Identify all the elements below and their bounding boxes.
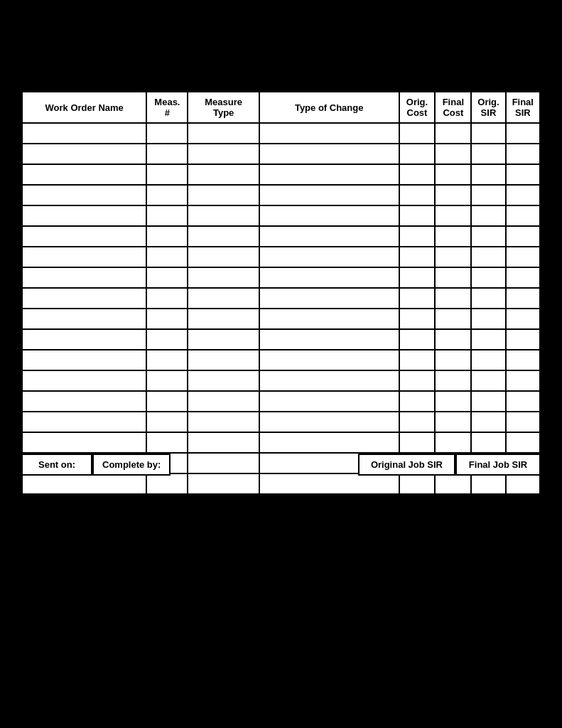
table-cell <box>399 226 436 247</box>
table-cell <box>399 350 436 370</box>
table-cell <box>259 329 399 350</box>
table-cell <box>399 123 436 144</box>
table-cell <box>471 288 505 309</box>
table-cell <box>435 247 471 267</box>
table-cell <box>22 267 146 288</box>
original-job-sir-label: Original Job SIR <box>358 454 455 476</box>
table-row <box>22 391 540 412</box>
table-cell <box>435 350 471 370</box>
table-cell <box>435 185 471 205</box>
table-cell <box>506 432 540 453</box>
table-cell <box>188 412 259 432</box>
final-job-sir-label: Final Job SIR <box>455 454 541 476</box>
table-cell <box>435 329 471 350</box>
table-section: Work Order Name Meas. # Measure Type Typ… <box>21 91 541 495</box>
table-cell <box>435 205 471 226</box>
table-cell <box>471 144 505 164</box>
table-cell <box>146 226 188 247</box>
table-cell <box>22 412 146 432</box>
complete-by-label: Complete by: <box>92 454 171 476</box>
table-cell <box>506 267 540 288</box>
table-cell <box>259 164 399 185</box>
table-cell <box>399 391 436 412</box>
table-cell <box>435 391 471 412</box>
table-cell <box>22 288 146 309</box>
table-cell <box>188 391 259 412</box>
table-cell <box>259 123 399 144</box>
table-cell <box>506 205 540 226</box>
table-cell <box>146 350 188 370</box>
table-cell <box>146 288 188 309</box>
table-cell <box>188 309 259 329</box>
table-cell <box>188 473 259 494</box>
header-work-order-name: Work Order Name <box>22 92 146 123</box>
table-cell <box>435 226 471 247</box>
table-cell <box>399 370 436 391</box>
table-cell <box>188 329 259 350</box>
table-cell <box>146 412 188 432</box>
table-cell <box>471 473 505 494</box>
table-row <box>22 432 540 453</box>
header-measure-type: Measure Type <box>188 92 259 123</box>
sent-on-label: Sent on: <box>21 454 92 476</box>
table-row <box>22 412 540 432</box>
table-cell <box>471 350 505 370</box>
table-cell <box>259 309 399 329</box>
table-cell <box>471 329 505 350</box>
table-row <box>22 123 540 144</box>
table-cell <box>22 144 146 164</box>
table-cell <box>259 144 399 164</box>
table-row <box>22 370 540 391</box>
table-cell <box>399 473 436 494</box>
table-cell <box>22 226 146 247</box>
table-cell <box>259 473 399 494</box>
table-cell <box>471 267 505 288</box>
table-cell <box>259 370 399 391</box>
table-cell <box>506 288 540 309</box>
table-cell <box>146 370 188 391</box>
footer-row: Sent on: Complete by: Original Job SIR F… <box>21 454 541 476</box>
table-cell <box>506 350 540 370</box>
table-cell <box>22 432 146 453</box>
table-cell <box>146 473 188 494</box>
table-cell <box>146 432 188 453</box>
table-cell <box>146 164 188 185</box>
table-cell <box>471 205 505 226</box>
table-cell <box>259 185 399 205</box>
table-cell <box>506 473 540 494</box>
table-row <box>22 144 540 164</box>
table-cell <box>435 123 471 144</box>
table-cell <box>146 391 188 412</box>
table-cell <box>259 288 399 309</box>
table-cell <box>471 309 505 329</box>
table-cell <box>399 412 436 432</box>
table-cell <box>471 226 505 247</box>
table-cell <box>188 164 259 185</box>
table-cell <box>506 123 540 144</box>
table-cell <box>146 185 188 205</box>
header-final-cost: Final Cost <box>435 92 471 123</box>
table-cell <box>435 432 471 453</box>
table-cell <box>399 267 436 288</box>
table-cell <box>399 144 436 164</box>
header-orig-sir: Orig. SIR <box>471 92 505 123</box>
table-row <box>22 288 540 309</box>
table-cell <box>435 267 471 288</box>
table-cell <box>259 412 399 432</box>
table-cell <box>471 370 505 391</box>
table-cell <box>146 309 188 329</box>
table-cell <box>146 144 188 164</box>
header-final-sir: Final SIR <box>506 92 540 123</box>
table-cell <box>146 205 188 226</box>
table-cell <box>22 329 146 350</box>
table-cell <box>188 123 259 144</box>
table-cell <box>259 226 399 247</box>
table-cell <box>146 123 188 144</box>
table-cell <box>399 432 436 453</box>
table-row <box>22 164 540 185</box>
table-cell <box>506 309 540 329</box>
table-cell <box>471 247 505 267</box>
table-row <box>22 247 540 267</box>
table-cell <box>471 185 505 205</box>
table-row <box>22 309 540 329</box>
